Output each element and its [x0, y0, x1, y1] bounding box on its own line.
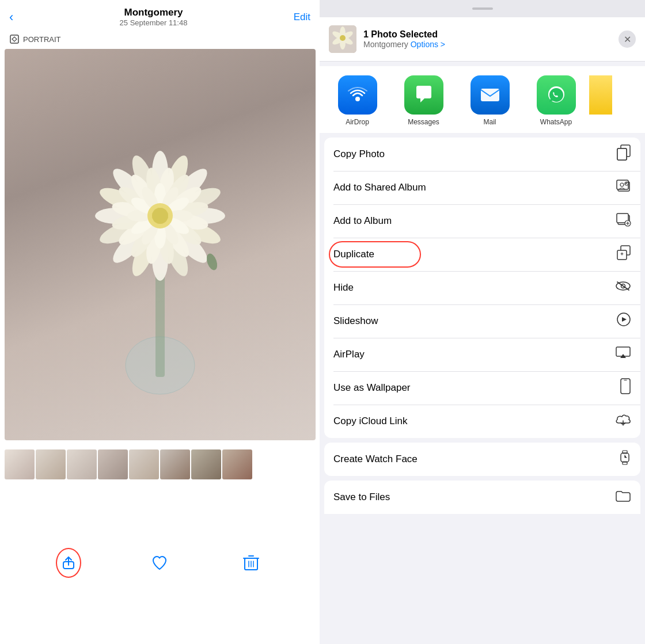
watch-face-icon [619, 449, 631, 469]
duplicate-squares-icon [616, 245, 631, 260]
slideshow-item[interactable]: Slideshow [324, 304, 640, 338]
app-whatsapp[interactable]: WhatsApp [523, 75, 589, 126]
add-shared-album-icon [616, 178, 631, 197]
airplay-icon [615, 346, 631, 363]
app-airdrop[interactable]: AirDrop [324, 75, 390, 126]
app-mail[interactable]: Mail [457, 75, 523, 126]
back-button[interactable]: ‹ [9, 11, 13, 24]
whatsapp-bubble-icon [544, 83, 568, 107]
svg-rect-80 [621, 379, 630, 394]
options-link[interactable]: Options > [411, 40, 445, 49]
shared-album-icon [616, 178, 631, 193]
messages-icon [404, 75, 443, 115]
thumbnail-3[interactable] [67, 449, 97, 479]
edit-button[interactable]: Edit [294, 12, 310, 23]
thumbnail-2[interactable] [36, 449, 66, 479]
add-album-label: Add to Album [333, 215, 392, 227]
add-album-icon [616, 212, 631, 230]
sheet-title: 1 Photo Selected [363, 29, 612, 40]
photos-detail-view: ‹ Montgomery 25 September 11:48 Edit POR… [0, 0, 320, 644]
svg-rect-61 [481, 89, 499, 101]
save-to-files-item[interactable]: Save to Files [324, 481, 640, 514]
delete-button[interactable] [238, 550, 264, 576]
sheet-header: 1 Photo Selected Montgomery Options > ✕ [320, 17, 645, 62]
watch-icon [619, 449, 631, 466]
apps-row: AirDrop Messages Mail [320, 66, 645, 133]
duplicate-label: Duplicate [333, 249, 374, 260]
play-circle-icon [616, 312, 631, 327]
svg-rect-2 [155, 273, 165, 377]
bottom-toolbar [0, 486, 320, 644]
app-messages[interactable]: Messages [390, 75, 457, 126]
cloud-link-icon [615, 413, 631, 426]
phone-icon [620, 378, 631, 394]
messages-bubble-icon [412, 83, 436, 107]
share-button[interactable] [56, 550, 81, 576]
flower-image [51, 78, 270, 411]
thumbnail-strip [0, 440, 320, 486]
sheet-header-info: 1 Photo Selected Montgomery Options > [363, 29, 612, 49]
thumbnail-5[interactable] [129, 449, 159, 479]
hide-label: Hide [333, 282, 354, 294]
menu-section-1: Copy Photo Add to Shared Album [324, 138, 640, 438]
whatsapp-icon [537, 75, 576, 115]
nav-title-block: Montgomery 25 September 11:48 [120, 7, 188, 27]
mail-icon [471, 75, 510, 115]
back-chevron-icon: ‹ [9, 11, 13, 24]
top-navigation: ‹ Montgomery 25 September 11:48 Edit [0, 0, 320, 32]
app-notes-partial[interactable] [589, 75, 612, 126]
airplay-item[interactable]: AirPlay [324, 338, 640, 371]
svg-rect-0 [10, 35, 18, 43]
portrait-badge: PORTRAIT [0, 32, 320, 49]
use-as-wallpaper-label: Use as Wallpaper [333, 382, 411, 394]
save-to-files-label: Save to Files [333, 491, 390, 503]
copy-photo-item[interactable]: Copy Photo [324, 138, 640, 171]
svg-point-60 [355, 97, 360, 101]
add-album-item[interactable]: Add to Album [324, 204, 640, 238]
thumbnail-6[interactable] [160, 449, 190, 479]
menu-section-2: Create Watch Face [324, 443, 640, 476]
add-shared-album-item[interactable]: Add to Shared Album [324, 171, 640, 204]
copy-photo-icon [616, 144, 631, 164]
thumbnail-7[interactable] [191, 449, 221, 479]
portrait-cube-icon [9, 34, 20, 44]
thumbnail-8[interactable] [222, 449, 252, 479]
create-watch-face-item[interactable]: Create Watch Face [324, 443, 640, 476]
hide-item[interactable]: Hide [324, 271, 640, 304]
thumbnail-1[interactable] [5, 449, 35, 479]
drag-handle [472, 7, 493, 10]
like-button[interactable] [147, 550, 172, 576]
folder-icon [615, 489, 631, 502]
svg-point-49 [204, 252, 219, 272]
thumbnail-4[interactable] [98, 449, 128, 479]
messages-label: Messages [408, 118, 439, 126]
share-button-circle [56, 548, 81, 578]
svg-rect-65 [617, 148, 627, 160]
save-to-files-section: Save to Files [324, 481, 640, 514]
copy-icloud-link-item[interactable]: Copy iCloud Link [324, 405, 640, 438]
duplicate-icon [616, 245, 631, 264]
main-photo [5, 49, 316, 440]
svg-point-48 [152, 208, 168, 224]
svg-point-59 [340, 35, 346, 41]
airdrop-icon [338, 75, 377, 115]
copy-icloud-link-label: Copy iCloud Link [333, 416, 408, 427]
notes-icon [589, 75, 612, 115]
wallpaper-icon [620, 378, 631, 398]
share-icon [61, 555, 76, 570]
trash-icon [243, 554, 259, 571]
airdrop-label: AirDrop [346, 118, 369, 126]
sheet-close-button[interactable]: ✕ [619, 31, 636, 48]
create-watch-face-label: Create Watch Face [333, 454, 418, 465]
slideshow-label: Slideshow [333, 315, 378, 327]
copy-icon [616, 144, 631, 161]
use-as-wallpaper-item[interactable]: Use as Wallpaper [324, 371, 640, 405]
share-sheet: 1 Photo Selected Montgomery Options > ✕ … [320, 0, 645, 644]
mail-envelope-icon [478, 83, 502, 107]
heart-icon [151, 554, 168, 571]
duplicate-item[interactable]: Duplicate [324, 238, 640, 271]
sheet-photo-thumbnail [329, 25, 356, 53]
sheet-subtitle: Montgomery Options > [363, 40, 612, 49]
sheet-album-name: Montgomery [363, 40, 408, 49]
nav-title: Montgomery [120, 7, 188, 18]
